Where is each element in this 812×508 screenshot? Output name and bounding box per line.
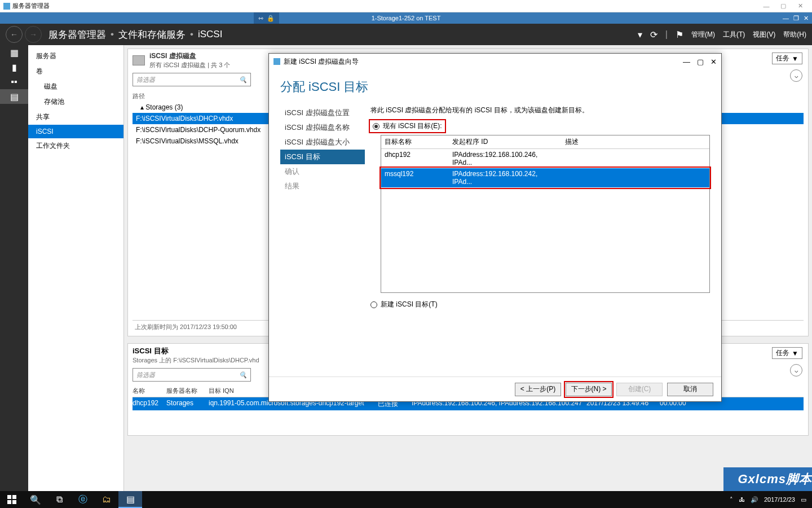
server-manager-taskbar-icon[interactable]: ▤ (118, 491, 142, 508)
cancel-button[interactable]: 取消 (667, 383, 713, 396)
maximize-button[interactable]: ▢ (775, 2, 792, 10)
tasks-button[interactable]: 任务▼ (772, 347, 802, 359)
app-header: ← → 服务器管理器 • 文件和存储服务 • iSCSI ▾ ⟳ | ⚑ 管理(… (0, 24, 812, 45)
search-icon: 🔍 (239, 76, 247, 84)
nav-iscsi[interactable]: iSCSI (28, 125, 123, 138)
taskbar-clock[interactable]: 2017/12/23 (764, 496, 795, 503)
nav-volumes[interactable]: 卷 (28, 64, 123, 79)
wizard-steps-list: iSCSI 虚拟磁盘位置 iSCSI 虚拟磁盘名称 iSCSI 虚拟磁盘大小 i… (280, 106, 365, 376)
wizard-title: 新建 iSCSI 虚拟磁盘向导 (284, 57, 359, 67)
disk-panel-title: iSCSI 虚拟磁盘 (149, 51, 230, 61)
left-icon-rail: ▦ ▮ ▪▪ ▤ (0, 45, 28, 491)
menu-help[interactable]: 帮助(H) (783, 30, 806, 40)
forward-button[interactable]: → (25, 26, 42, 43)
dropdown-icon[interactable]: ▾ (638, 29, 642, 40)
breadcrumb-separator: • (190, 29, 193, 40)
wizard-step[interactable]: iSCSI 虚拟磁盘大小 (280, 135, 365, 150)
grid-header: 目标名称 发起程序 ID 描述 (381, 135, 709, 149)
expand-button[interactable]: ⌵ (790, 69, 802, 82)
outer-window-titlebar: 服务器管理器 — ▢ ✕ (0, 0, 812, 12)
wizard-instruction-text: 将此 iSCSI 虚拟磁盘分配给现有的 iSCSI 目标，或为该磁盘创建新目标。 (370, 106, 710, 115)
radio-icon (370, 301, 377, 308)
app-icon (3, 3, 10, 10)
radio-icon (373, 123, 379, 130)
nav-storage-pools[interactable]: 存储池 (28, 94, 123, 110)
lock-icon[interactable]: 🔒 (267, 15, 275, 22)
refresh-icon[interactable]: ⟳ (650, 29, 657, 40)
menu-view[interactable]: 视图(V) (753, 30, 775, 40)
close-button[interactable]: ✕ (792, 2, 809, 10)
host-minimize-button[interactable]: — (783, 15, 789, 22)
existing-targets-grid: 目标名称 发起程序 ID 描述 dhcp192 IPAddress:192.16… (381, 135, 710, 293)
radio-new-target[interactable]: 新建 iSCSI 目标(T) (370, 300, 710, 309)
svg-rect-1 (12, 495, 16, 499)
create-button: 创建(C) (616, 383, 663, 396)
menu-manage[interactable]: 管理(M) (691, 30, 715, 40)
wizard-heading: 分配 iSCSI 目标 (280, 78, 710, 95)
wizard-close-button[interactable]: ✕ (710, 58, 717, 66)
ie-icon[interactable]: ⓔ (71, 491, 95, 508)
tasks-button[interactable]: 任务▼ (772, 52, 802, 64)
wizard-step: 结果 (280, 179, 365, 194)
radio-existing-target[interactable]: 现有 iSCSI 目标(E): (370, 121, 444, 132)
chevron-down-icon: ▼ (792, 349, 798, 357)
start-button[interactable] (0, 491, 24, 508)
svg-rect-3 (12, 500, 16, 504)
notifications-icon[interactable]: ▭ (801, 496, 806, 503)
radio-existing-label: 现有 iSCSI 目标(E): (383, 121, 442, 131)
nav-workfolders[interactable]: 工作文件夹 (28, 138, 123, 154)
wizard-titlebar: 新建 iSCSI 虚拟磁盘向导 — ▢ ✕ (269, 54, 721, 69)
pin-icon[interactable]: ⇿ (258, 15, 263, 22)
rail-servers-icon[interactable]: ▮ (0, 60, 28, 75)
minimize-button[interactable]: — (758, 3, 775, 10)
tray-network-icon[interactable]: 🖧 (739, 496, 745, 503)
breadcrumb-1[interactable]: 文件和存储服务 (118, 28, 186, 41)
explorer-icon[interactable]: 🗂 (95, 491, 118, 508)
wizard-step[interactable]: iSCSI 虚拟磁盘名称 (280, 120, 365, 135)
wizard-step: 确认 (280, 164, 365, 179)
nav-servers[interactable]: 服务器 (28, 49, 123, 64)
flag-icon[interactable]: ⚑ (676, 29, 683, 40)
disk-panel-icon (133, 55, 145, 65)
filter-placeholder: 筛选器 (136, 76, 155, 84)
filter-input[interactable]: 筛选器 🔍 (133, 73, 251, 86)
filter-placeholder: 筛选器 (136, 371, 155, 379)
next-button[interactable]: 下一步(N) > (566, 383, 612, 396)
nav-shares[interactable]: 共享 (28, 110, 123, 125)
host-title: 1-Storage1-252 on TEST (372, 15, 441, 21)
wizard-step[interactable]: iSCSI 目标 (280, 150, 365, 164)
breadcrumb-2[interactable]: iSCSI (198, 29, 222, 40)
grid-row[interactable]: mssql192 IPAddress:192.168.100.242, IPAd… (381, 168, 709, 187)
host-restore-button[interactable]: ❐ (793, 15, 799, 22)
menu-tools[interactable]: 工具(T) (723, 30, 745, 40)
taskbar: 🔍 ⧉ ⓔ 🗂 ▤ ˄ 🖧 🔊 2017/12/23 ▭ (0, 491, 812, 508)
wizard-maximize-button[interactable]: ▢ (697, 58, 704, 66)
wizard-footer: < 上一步(P) 下一步(N) > 创建(C) 取消 (269, 376, 721, 401)
rail-all-icon[interactable]: ▪▪ (0, 75, 28, 89)
host-close-button[interactable]: ✕ (804, 15, 809, 22)
wizard-icon (273, 58, 280, 65)
wizard-step[interactable]: iSCSI 虚拟磁盘位置 (280, 106, 365, 120)
filter-input[interactable]: 筛选器 🔍 (133, 368, 251, 382)
outer-window-title: 服务器管理器 (12, 2, 50, 10)
back-button[interactable]: ← (6, 26, 23, 43)
rail-dashboard-icon[interactable]: ▦ (0, 45, 28, 60)
expand-button[interactable]: ⌵ (790, 364, 802, 376)
prev-button[interactable]: < 上一步(P) (515, 383, 561, 396)
host-session-bar: ⇿ 🔒 1-Storage1-252 on TEST — ❐ ✕ (0, 12, 812, 24)
watermark-logo: Gxlcms脚本 (723, 467, 813, 491)
wizard-minimize-button[interactable]: — (683, 58, 690, 66)
nav-sidebar: 服务器 卷 磁盘 存储池 共享 iSCSI 工作文件夹 (28, 45, 124, 491)
tray-up-icon[interactable]: ˄ (730, 496, 733, 503)
grid-row[interactable]: dhcp192 IPAddress:192.168.100.246, IPAd.… (381, 149, 709, 168)
svg-rect-2 (7, 500, 11, 504)
tray-volume-icon[interactable]: 🔊 (751, 496, 758, 503)
nav-disks[interactable]: 磁盘 (28, 79, 123, 94)
breadcrumb-root[interactable]: 服务器管理器 (48, 28, 106, 41)
rail-storage-icon[interactable]: ▤ (0, 89, 28, 104)
breadcrumb-separator: • (111, 29, 114, 40)
new-iscsi-wizard-dialog: 新建 iSCSI 虚拟磁盘向导 — ▢ ✕ 分配 iSCSI 目标 iSCSI … (268, 53, 722, 402)
task-view-icon[interactable]: ⧉ (47, 491, 71, 508)
chevron-down-icon: ▼ (792, 55, 798, 63)
search-icon[interactable]: 🔍 (24, 491, 47, 508)
